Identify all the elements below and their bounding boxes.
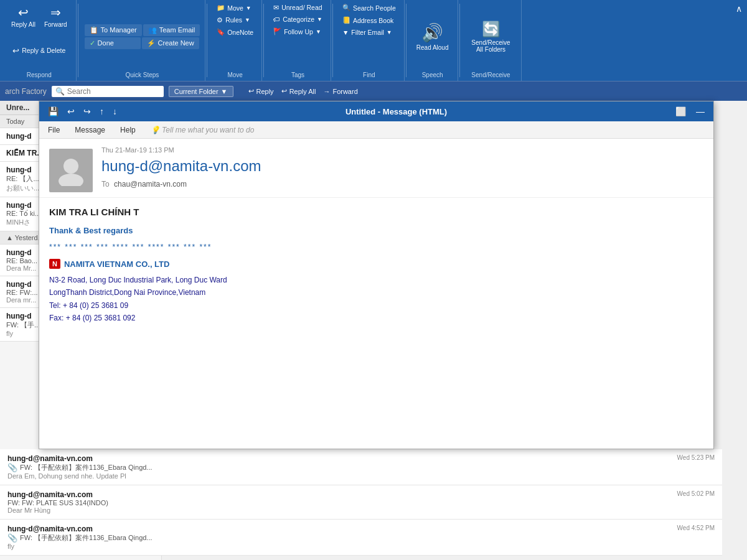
ribbon-collapse-button[interactable]: ∧	[733, 0, 745, 81]
forward-nav-label: Forward	[332, 88, 357, 95]
ribbon-group-respond: ↩ Reply All ⇒ Forward ↩ Reply & Delete R…	[2, 0, 77, 81]
forward-icon: ⇒	[50, 5, 61, 20]
list-item[interactable]: hung-d@namita-vn.com Wed 5:23 PM 📎 FW: 【…	[0, 449, 722, 485]
forward-button[interactable]: ⇒ Forward	[40, 2, 71, 30]
reply-button[interactable]: ↩ Reply	[248, 87, 274, 95]
compose-menu-tell-me[interactable]: 💡 Tell me what you want to do	[147, 124, 258, 136]
compose-header: Thu 21-Mar-19 1:13 PM hung-d@namita-vn.c…	[39, 139, 713, 198]
email-list-below: hung-d@namita-vn.com Wed 5:23 PM 📎 FW: 【…	[0, 449, 722, 556]
address-line-1: N3-2 Road, Long Duc Industrial Park, Lon…	[49, 274, 703, 286]
reply-label: Reply	[256, 88, 274, 95]
team-icon: 👥	[148, 26, 157, 34]
list-item[interactable]: hung-d@namita-vn.com Wed 4:52 PM 📎 FW: 【…	[0, 520, 722, 556]
company-logo: N	[49, 259, 60, 269]
tags-label: Tags	[291, 72, 304, 78]
email-preview: Dera Em, Dohung send nhe. Update Pl	[7, 472, 715, 480]
reply-all-nav-label: Reply All	[289, 88, 316, 95]
done-icon: ✓	[90, 39, 95, 47]
compose-title: Untitled - Message (HTML)	[120, 107, 673, 116]
to-label: To	[101, 180, 110, 189]
compose-company: N NAMITA VIETNAM CO., LTD	[49, 259, 703, 269]
compose-menu-file[interactable]: File	[44, 124, 63, 136]
compose-menu-help[interactable]: Help	[116, 124, 139, 136]
compose-redo-button[interactable]: ↪	[81, 105, 93, 118]
send-receive-label: Send/Receive	[471, 72, 510, 78]
email-subject: FW: FW: PLATE SUS 314(INDO)	[7, 499, 715, 506]
compose-up-button[interactable]: ↑	[97, 105, 106, 118]
email-sender: hung-d@namita-vn.com	[7, 525, 93, 533]
email-preview: Dear Mr Hùng	[7, 506, 715, 514]
create-new-button[interactable]: ⚡ Create New	[142, 37, 199, 49]
email-subject: FW: 【手配依頼】案件1136_Ebara Qingd...	[20, 533, 153, 543]
categorize-icon: 🏷	[273, 16, 280, 23]
compose-undo-button[interactable]: ↩	[65, 105, 77, 118]
reply-delete-button[interactable]: ↩ Reply & Delete	[9, 45, 68, 57]
categorize-button[interactable]: 🏷 Categorize ▼	[270, 14, 326, 24]
address-line-2: LongThanh District,Dong Nai Province,Vie…	[49, 286, 703, 299]
ribbon-group-send-receive: 🔄 Send/Receive All Folders Send/Receive	[461, 0, 522, 81]
ribbon: ↩ Reply All ⇒ Forward ↩ Reply & Delete R…	[0, 0, 747, 81]
create-new-icon: ⚡	[147, 39, 156, 47]
read-aloud-button[interactable]: 🔊 Read Aloud	[413, 2, 453, 70]
team-email-button[interactable]: 👥 Team Email	[143, 24, 200, 36]
email-sender: hung-d@namita-vn.com	[7, 454, 93, 463]
email-subject: FW: 【手配依頼】案件1136_Ebara Qingd...	[20, 463, 153, 472]
folder-icon: 📋	[90, 26, 98, 34]
move-icon: 📁	[217, 4, 225, 12]
send-receive-button[interactable]: 🔄 Send/Receive All Folders	[466, 2, 516, 70]
filter-email-button[interactable]: ▼ Filter Email ▼	[339, 27, 399, 37]
address-fax: Fax: + 84 (0) 25 3681 092	[49, 312, 703, 324]
attachment-icon: 📎	[7, 533, 17, 543]
to-manager-button[interactable]: 📋 To Manager	[85, 24, 142, 36]
respond-buttons: ↩ Reply All ⇒ Forward	[7, 2, 71, 30]
ribbon-group-find: 🔍 Search People 📒 Address Book ▼ Filter …	[334, 0, 405, 81]
search-icon: 🔍	[55, 87, 65, 96]
chevron-up-icon: ∧	[736, 4, 742, 14]
email-time: Wed 5:23 PM	[677, 454, 715, 463]
ribbon-group-tags: ✉ Unread/ Read 🏷 Categorize ▼ 🚩 Follow U…	[265, 0, 331, 81]
address-book-button[interactable]: 📒 Address Book	[339, 15, 399, 26]
move-label: Move	[227, 72, 242, 78]
compose-address: N3-2 Road, Long Duc Industrial Park, Lon…	[49, 274, 703, 325]
compose-titlebar: 💾 ↩ ↪ ↑ ↓ Untitled - Message (HTML) ⬜ —	[39, 101, 713, 121]
compose-resize-button[interactable]: ⬜	[673, 105, 688, 118]
compose-down-button[interactable]: ↓	[110, 105, 120, 118]
rules-button[interactable]: ⚙ Rules ▼	[214, 15, 256, 25]
reply-all-nav-button[interactable]: ↩ Reply All	[281, 87, 316, 95]
filter-icon: ▼	[342, 29, 349, 36]
follow-up-button[interactable]: 🚩 Follow Up ▼	[270, 26, 326, 37]
onenote-button[interactable]: 🔖 OneNote	[214, 27, 256, 37]
unread-read-button[interactable]: ✉ Unread/ Read	[270, 2, 326, 12]
email-preview: fly	[7, 543, 715, 550]
compose-stars: *** *** *** *** **** *** **** *** *** **…	[49, 243, 703, 251]
search-people-button[interactable]: 🔍 Search People	[339, 2, 399, 13]
reply-all-button[interactable]: ↩ Reply All	[7, 2, 39, 30]
follow-up-icon: 🚩	[273, 27, 281, 35]
svg-point-1	[59, 174, 83, 186]
list-item[interactable]: hung-d@namita-vn.com Wed 5:02 PM FW: FW:…	[0, 485, 722, 520]
compose-menu-message[interactable]: Message	[71, 124, 109, 136]
address-book-icon: 📒	[342, 16, 350, 24]
reply-delete-icon: ↩	[12, 46, 19, 55]
email-time: Wed 5:02 PM	[677, 490, 715, 499]
folder-label: Current Folder	[174, 88, 218, 95]
ribbon-group-move: 📁 Move ▼ ⚙ Rules ▼ 🔖 OneNote Move	[209, 0, 262, 81]
read-aloud-icon: 🔊	[421, 22, 443, 43]
search-box[interactable]: 🔍	[52, 86, 164, 97]
nav-bar: arch Factory 🔍 Current Folder ▼ ↩ Reply …	[0, 81, 747, 101]
archive-factory-label: arch Factory	[5, 87, 47, 96]
folder-selector[interactable]: Current Folder ▼	[169, 86, 233, 97]
address-tel: Tel: + 84 (0) 25 3681 09	[49, 299, 703, 312]
move-button[interactable]: 📁 Move ▼	[214, 2, 256, 13]
compose-content: KIM TRA LI CHÍNH T Thank & Best regards …	[39, 198, 713, 449]
lightbulb-icon: 💡	[151, 126, 160, 134]
compose-minimize-button[interactable]: —	[693, 105, 707, 118]
respond-label: Respond	[27, 72, 52, 78]
forward-nav-button[interactable]: → Forward	[323, 88, 357, 95]
compose-save-button[interactable]: 💾	[45, 105, 61, 118]
done-button[interactable]: ✓ Done	[85, 37, 141, 49]
ribbon-group-quick-steps: 📋 To Manager 👥 Team Email ✓ Done ⚡	[80, 0, 206, 81]
compose-to-row: To chau@namita-vn.com	[101, 180, 703, 189]
email-sender: hung-d@namita-vn.com	[7, 490, 93, 499]
search-input[interactable]	[67, 87, 160, 96]
